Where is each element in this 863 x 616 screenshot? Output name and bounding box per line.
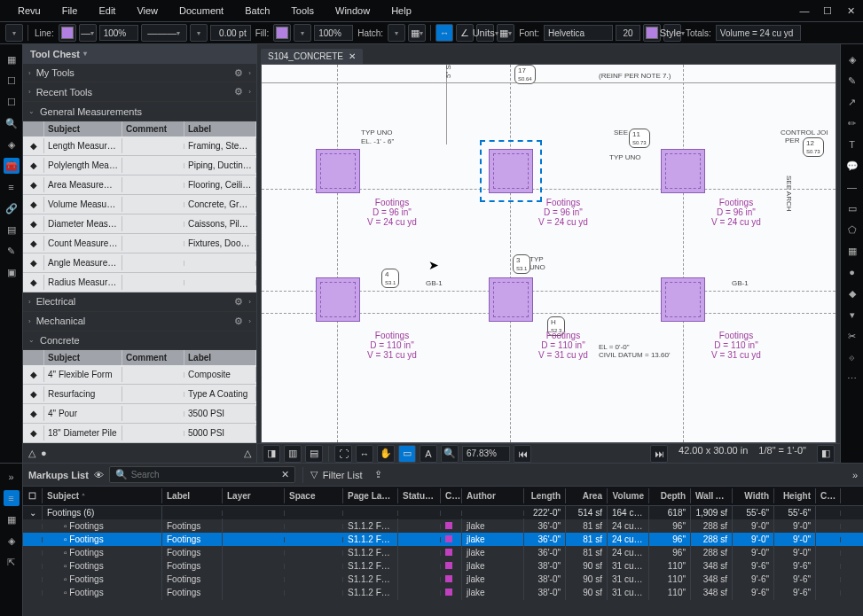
more-icon-2[interactable]: ⋯ bbox=[844, 370, 860, 386]
markup-row[interactable]: ▫ FootingsFootingsS1.1.2 FOUN...jlake38'… bbox=[23, 586, 863, 599]
units-dropdown[interactable]: Units ▾ bbox=[476, 24, 494, 42]
stamp-icon[interactable]: ● bbox=[844, 264, 860, 280]
tool-row[interactable]: ◆Volume MeasurementConcrete, Grading bbox=[23, 195, 256, 214]
menu-tools[interactable]: Tools bbox=[280, 2, 325, 19]
clip-icon[interactable]: ✂ bbox=[844, 328, 860, 344]
footing-a3[interactable] bbox=[661, 149, 705, 193]
shapes-icon[interactable]: ↗ bbox=[844, 94, 860, 110]
layers-icon[interactable]: ▣ bbox=[4, 264, 20, 280]
markups-capture-icon[interactable]: ◈ bbox=[4, 533, 20, 549]
first-page-icon[interactable]: ⏮ bbox=[514, 445, 531, 463]
sidebar-toggle-right[interactable]: ◧ bbox=[817, 445, 835, 463]
gear-icon[interactable]: ⚙ bbox=[234, 316, 243, 327]
sidebar-toggle-left[interactable]: ◨ bbox=[263, 445, 280, 463]
tool-row[interactable]: ◆18" Diameter Pile5000 PSI bbox=[23, 424, 256, 443]
tool-row[interactable]: ◆Area MeasurementFlooring, Ceiling, Glaz… bbox=[23, 175, 256, 195]
split-vertical[interactable]: ▥ bbox=[284, 445, 302, 463]
menu-view[interactable]: View bbox=[126, 2, 169, 19]
hatch-style-dropdown[interactable]: ▾ bbox=[388, 24, 405, 42]
minimize-button[interactable]: — bbox=[799, 5, 810, 16]
markups-share-icon[interactable]: ⇱ bbox=[4, 554, 20, 570]
tool-chest-icon[interactable]: 🧰 bbox=[4, 158, 20, 174]
footing-a1[interactable] bbox=[316, 149, 360, 193]
hatch-overlay-dropdown[interactable]: ▦▾ bbox=[408, 24, 426, 42]
menu-help[interactable]: Help bbox=[381, 2, 422, 19]
image-icon[interactable]: ▦ bbox=[844, 243, 860, 259]
more-icon-1[interactable]: ◆ bbox=[844, 285, 860, 301]
font-size-input[interactable] bbox=[616, 25, 640, 41]
measure-tool-button[interactable]: ↔ bbox=[435, 24, 453, 42]
signatures-icon[interactable]: ✎ bbox=[4, 243, 20, 259]
end-style-dropdown[interactable]: ▾ bbox=[190, 24, 208, 42]
search-input[interactable] bbox=[131, 470, 278, 480]
text-color-swatch[interactable] bbox=[643, 24, 661, 42]
search-icon[interactable]: 🔍 bbox=[4, 115, 20, 131]
close-button[interactable]: ✕ bbox=[845, 5, 856, 16]
font-select[interactable] bbox=[544, 25, 613, 41]
scale-icon[interactable]: ⟐ bbox=[844, 349, 860, 365]
angle-tool-button[interactable]: ∠ bbox=[456, 24, 474, 42]
gear-icon[interactable]: ⚙ bbox=[234, 86, 243, 97]
tool-row[interactable]: ◆Polylength MeasurementPiping, Ducting, … bbox=[23, 156, 256, 175]
menu-edit[interactable]: Edit bbox=[88, 2, 126, 19]
totals-volume[interactable] bbox=[716, 25, 801, 41]
triangle-icon[interactable]: △ bbox=[244, 448, 251, 459]
markups-group-row[interactable]: ⌄ Footings (6) 222'-0" 514 sf 164 cu yd … bbox=[23, 506, 863, 519]
bookmarks-icon[interactable]: ☐ bbox=[4, 73, 20, 89]
markup-row[interactable]: ▫ FootingsFootingsS1.1.2 FOUN...jlake38'… bbox=[23, 573, 863, 586]
menu-document[interactable]: Document bbox=[169, 2, 234, 19]
dropdown-icon[interactable]: ▾ bbox=[844, 307, 860, 323]
select-icon[interactable]: ▭ bbox=[398, 445, 416, 463]
links-icon[interactable]: 🔗 bbox=[4, 200, 20, 216]
drawing-canvas[interactable]: (REINF PER NOTE 7.) TYP UNO EL. -1' - 6"… bbox=[261, 64, 836, 443]
tool-row[interactable]: ◆Diameter MeasurementCaissons, Piles, Co… bbox=[23, 214, 256, 234]
grid-menu-icon[interactable]: ▾ bbox=[5, 24, 23, 42]
document-tab[interactable]: S104_CONCRETE✕ bbox=[261, 49, 363, 64]
dot-icon[interactable]: ● bbox=[41, 448, 47, 458]
file-access-icon[interactable]: ☐ bbox=[4, 94, 20, 110]
fit-page-icon[interactable]: ⛶ bbox=[334, 445, 352, 463]
point-size-input[interactable] bbox=[210, 25, 251, 41]
last-page-icon[interactable]: ⏭ bbox=[650, 445, 668, 463]
tool-row[interactable]: ◆4" Flexible FormComposite bbox=[23, 365, 256, 385]
zoom-level[interactable] bbox=[462, 446, 510, 462]
fill-opacity-input[interactable] bbox=[314, 25, 353, 41]
tool-row[interactable]: ◆Angle Measurement bbox=[23, 253, 256, 273]
line-tool-icon[interactable]: — bbox=[844, 179, 860, 195]
rect-tool-icon[interactable]: ▭ bbox=[844, 200, 860, 216]
forms-icon[interactable]: ▤ bbox=[4, 222, 20, 238]
tool-row[interactable]: ◆4" Pour3500 PSI bbox=[23, 404, 256, 424]
footing-b1[interactable] bbox=[316, 277, 360, 322]
zoom-input-1[interactable] bbox=[99, 25, 138, 41]
triangle-icon[interactable]: △ bbox=[28, 448, 35, 459]
menu-batch[interactable]: Batch bbox=[234, 2, 280, 19]
export-icon[interactable]: ⇪ bbox=[374, 469, 382, 480]
footing-b2[interactable] bbox=[489, 277, 533, 322]
markup-row[interactable]: ▫ FootingsFootingsS1.1.2 FOUN...jlake38'… bbox=[23, 559, 863, 573]
split-horizontal[interactable]: ▤ bbox=[305, 445, 323, 463]
recent-tools-row[interactable]: ›Recent Tools⚙› bbox=[23, 82, 256, 102]
actions-icon[interactable]: ◈ bbox=[844, 51, 860, 67]
studio-icon[interactable]: ◈ bbox=[4, 136, 20, 152]
note-icon[interactable]: 💬 bbox=[844, 158, 860, 174]
dash-style-dropdown[interactable]: ――― ▾ bbox=[141, 24, 187, 42]
markup-row[interactable]: ▫ FootingsFootingsS1.1.2 FOUN...jlake36'… bbox=[23, 519, 863, 533]
filter-label[interactable]: Filter List bbox=[323, 470, 363, 480]
markups-summary-icon[interactable]: ▦ bbox=[4, 511, 20, 527]
style-dropdown[interactable]: Style ▾ bbox=[663, 24, 681, 42]
tool-row[interactable]: ◆Radius Measurement bbox=[23, 273, 256, 292]
filter-icon[interactable]: ▽ bbox=[310, 469, 318, 480]
fill-color-swatch[interactable] bbox=[273, 24, 291, 42]
line-style-dropdown[interactable]: ― ▾ bbox=[79, 24, 97, 42]
my-tools-row[interactable]: ›My Tools⚙› bbox=[23, 64, 256, 83]
markups-header[interactable]: ☐ Subject ˄ Label Layer Space Page Label… bbox=[23, 487, 863, 506]
gear-icon[interactable]: ⚙ bbox=[234, 67, 243, 79]
decimal-dropdown[interactable]: ▦▾ bbox=[497, 24, 514, 42]
zoom-icon[interactable]: 🔍 bbox=[441, 445, 459, 463]
text-icon[interactable]: A bbox=[420, 445, 437, 463]
fill-mode-dropdown[interactable]: ▾ bbox=[294, 24, 311, 42]
text-tool-icon[interactable]: T bbox=[844, 136, 860, 152]
markup-row[interactable]: ▫ FootingsFootingsS1.1.2 FOUN...jlake36'… bbox=[23, 533, 863, 546]
fit-width-icon[interactable]: ↔ bbox=[356, 445, 373, 463]
line-color-swatch[interactable] bbox=[59, 24, 76, 42]
